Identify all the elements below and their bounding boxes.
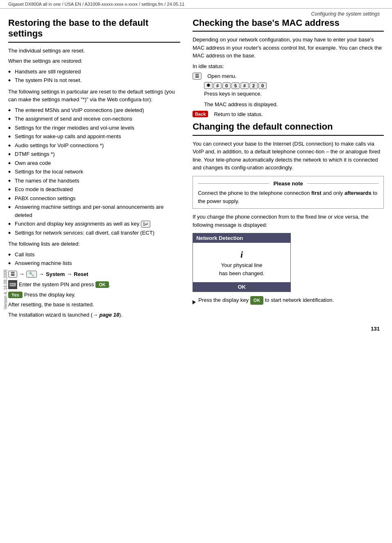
sb-9: The names of the handsets bbox=[8, 177, 180, 185]
lists-bullets: Call lists Answering machine lists bbox=[8, 251, 180, 267]
key-0a[interactable]: 0 bbox=[222, 82, 231, 89]
wrench-icon[interactable]: 🔧 bbox=[26, 271, 37, 278]
sb-5: Audio settings for VoIP connections *) bbox=[8, 141, 180, 150]
dialog-icon: i bbox=[240, 249, 243, 260]
please-note-text: Connect the phone to the telephone conne… bbox=[198, 189, 378, 205]
sb-13: Function and display key assignments as … bbox=[8, 220, 180, 228]
return-idle-label: Return to idle status. bbox=[214, 111, 263, 117]
following-text: The following settings in particular are… bbox=[8, 88, 180, 104]
key-hash1[interactable]: # bbox=[213, 82, 222, 89]
network-dialog: Network Detection i Your physical line h… bbox=[193, 233, 291, 292]
dialog-line1: Your physical line bbox=[197, 261, 286, 269]
sb-7: Own area code bbox=[8, 159, 180, 167]
lb-2: Answering machine lists bbox=[8, 259, 180, 267]
right-section-title-2: Changing the default connection bbox=[193, 121, 384, 132]
triangle-bullet-icon bbox=[193, 298, 198, 306]
info-icon: i bbox=[197, 248, 286, 261]
arrow3: → bbox=[66, 271, 72, 277]
page18-link[interactable]: page 18 bbox=[100, 312, 119, 318]
change-intro: You can connect your base to the Interne… bbox=[193, 140, 384, 172]
restored-bullet-2: The system PIN is not reset. bbox=[8, 76, 180, 84]
version-text: Version 4, 16.09.2005 bbox=[3, 269, 8, 309]
key-hash2[interactable]: # bbox=[240, 82, 249, 89]
section-header: Configuring the system settings bbox=[0, 9, 392, 18]
right-section-title-1: Checking the base's MAC address bbox=[193, 18, 384, 28]
ok-display-key[interactable]: OK bbox=[250, 296, 264, 305]
left-divider bbox=[8, 42, 180, 43]
key-2[interactable]: 2 bbox=[249, 82, 258, 89]
section-title-header: Configuring the system settings bbox=[311, 11, 380, 17]
keypad-icon: ⌨ bbox=[8, 280, 17, 289]
sb-8: Settings for the local network bbox=[8, 168, 180, 176]
lb-1: Call lists bbox=[8, 251, 180, 259]
mac-displayed: The MAC address is displayed. bbox=[204, 100, 384, 109]
please-note-box: Please note Connect the phone to the tel… bbox=[193, 176, 384, 209]
key1-icon: 1↵ bbox=[141, 221, 151, 228]
menu-right-button[interactable]: ☰ bbox=[193, 73, 202, 80]
page-wrapper: Gigaset DX800A all in one / USA EN / A31… bbox=[0, 0, 392, 543]
following-lists-text: The following lists are deleted: bbox=[8, 240, 180, 248]
network-dialog-title: Network Detection bbox=[193, 233, 290, 243]
sb-3: Settings for the ringer melodies and vol… bbox=[8, 124, 180, 132]
mac-intro: Depending on your network configuration,… bbox=[193, 36, 384, 60]
afterwards-bold: afterwards bbox=[344, 190, 372, 196]
left-section-title: Restoring the base to the default settin… bbox=[8, 18, 180, 39]
sb-10: Eco mode is deactivated bbox=[8, 185, 180, 194]
arrow1: → bbox=[19, 271, 25, 277]
pin-row: ⌨ Enter the system PIN and press OK. bbox=[8, 280, 180, 289]
open-menu-label: Open menu. bbox=[207, 73, 237, 79]
keyseq-row: ✱ # 0 5 # 2 0 bbox=[204, 82, 384, 89]
pin-instruction: Enter the system PIN and press OK. bbox=[19, 281, 110, 288]
right-divider-2 bbox=[193, 135, 384, 136]
yes-key[interactable]: Yes bbox=[8, 292, 23, 298]
key-5[interactable]: 5 bbox=[231, 82, 240, 89]
system-label: System bbox=[46, 271, 65, 277]
intro1: The individual settings are reset. bbox=[8, 47, 180, 55]
key-star[interactable]: ✱ bbox=[204, 82, 213, 89]
keyseq-label: Press keys in sequence. bbox=[204, 90, 384, 98]
settings-bullets: The entered MSNs and VoIP connections (a… bbox=[8, 106, 180, 237]
yes-instruction: Press the display key. bbox=[24, 292, 75, 298]
press-ok-row: Press the display key OK to start networ… bbox=[193, 296, 384, 306]
please-note-title-text: Please note bbox=[273, 180, 303, 188]
dialog-line2: has been changed. bbox=[197, 269, 286, 278]
menu-button[interactable]: ☰ bbox=[8, 271, 17, 278]
back-row: Back Return to idle status. bbox=[193, 111, 384, 117]
sb-2: The assignment of send and receive con-n… bbox=[8, 115, 180, 123]
first-bold: first bbox=[311, 190, 322, 196]
breadcrumb: Gigaset DX800A all in one / USA EN / A31… bbox=[8, 2, 184, 7]
please-note-title: Please note bbox=[198, 180, 378, 188]
ok-key[interactable]: OK bbox=[95, 281, 109, 288]
page-number: 131 bbox=[0, 322, 392, 332]
arrow2: → bbox=[39, 271, 44, 277]
open-menu-row: ☰ Open menu. bbox=[193, 73, 384, 80]
menu-nav-row: ☰ → 🔧 → System → Reset bbox=[8, 271, 180, 278]
sb-11: PABX connection settings bbox=[8, 194, 180, 203]
keyseq-desc: Press keys in sequence. The MAC address … bbox=[204, 90, 384, 108]
yes-row: Yes Press the display key. bbox=[8, 292, 180, 298]
main-content: Restoring the base to the default settin… bbox=[0, 18, 392, 322]
right-divider-1 bbox=[193, 31, 384, 32]
top-header: Gigaset DX800A all in one / USA EN / A31… bbox=[0, 0, 392, 9]
arrow-page: → bbox=[93, 312, 98, 318]
sb-6: DTMF settings *) bbox=[8, 150, 180, 158]
press-ok-text: Press the display key OK to start networ… bbox=[198, 296, 334, 305]
left-column: Restoring the base to the default settin… bbox=[8, 18, 188, 322]
network-dialog-body: i Your physical line has been changed. bbox=[193, 243, 290, 282]
intro2: When the settings are restored: bbox=[8, 57, 180, 65]
back-key[interactable]: Back bbox=[193, 111, 208, 117]
sb-1: The entered MSNs and VoIP connections (a… bbox=[8, 106, 180, 114]
wizard-text: The installation wizard is launched (→ p… bbox=[8, 311, 180, 319]
after-reset: After resetting, the base is restarted. bbox=[8, 301, 180, 309]
dialog-ok-button[interactable]: OK bbox=[193, 282, 290, 292]
sb-4: Settings for wake-up calls and appoint-m… bbox=[8, 132, 180, 141]
restored-bullets: Handsets are still registered The system… bbox=[8, 68, 180, 84]
sb-14: Settings for network services: call dive… bbox=[8, 229, 180, 237]
if-change-text: If you change the phone connection from … bbox=[193, 213, 384, 229]
idle-label: In idle status: bbox=[193, 62, 384, 71]
sb-12: Answering machine settings and per-sonal… bbox=[8, 203, 180, 219]
right-column: Checking the base's MAC address Dependin… bbox=[188, 18, 384, 322]
key-0b[interactable]: 0 bbox=[258, 82, 267, 89]
restored-bullet-1: Handsets are still registered bbox=[8, 68, 180, 76]
reset-label: Reset bbox=[74, 271, 88, 277]
